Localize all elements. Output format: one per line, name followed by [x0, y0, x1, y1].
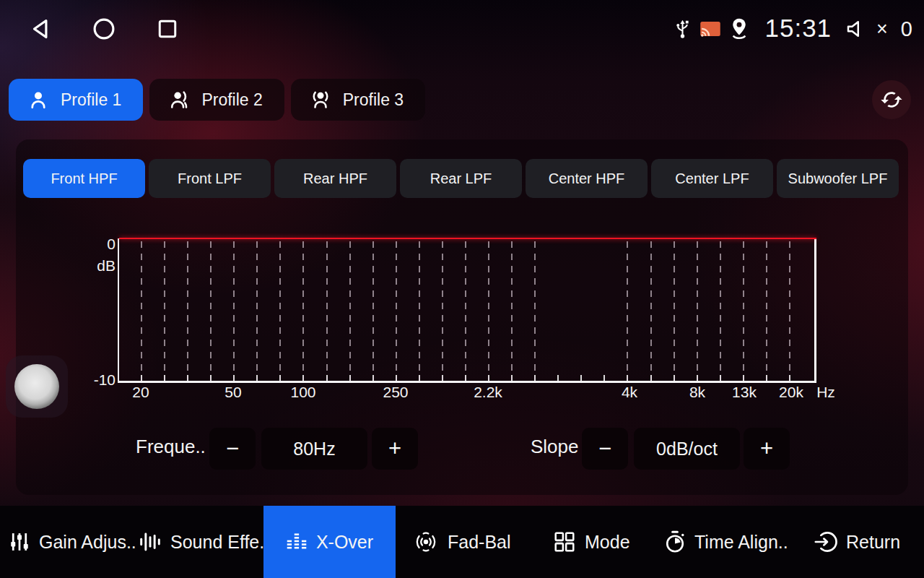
y-axis-unit: dB [79, 257, 116, 275]
mode-grid-icon [553, 530, 576, 553]
nav-time-alignment[interactable]: Time Align.. [664, 506, 788, 578]
nav-sound-effects[interactable]: Sound Effe.. [139, 506, 269, 578]
profile-2-button[interactable]: Profile 2 [149, 79, 284, 121]
x-tick-label: 50 [201, 384, 266, 401]
tab-label: Subwoofer LPF [788, 171, 888, 187]
back-button[interactable] [27, 16, 53, 42]
gridline [279, 241, 281, 380]
x-tick-label: 20 [108, 384, 173, 401]
reset-button[interactable] [872, 80, 911, 119]
x-tick-label: 100 [271, 384, 336, 401]
nav-mode[interactable]: Mode [553, 506, 630, 578]
tab-rear-hpf[interactable]: Rear HPF [274, 159, 396, 198]
x-axis-labels: 20 50 100 250 2.2k 4k 8k 13k 20k Hz [119, 384, 877, 405]
clock: 15:31 [764, 14, 832, 43]
response-curve [119, 238, 816, 239]
nav-gain-adjust[interactable]: Gain Adjus.. [9, 506, 136, 578]
slope-minus-button[interactable]: − [582, 428, 628, 470]
tab-label: Rear HPF [303, 171, 367, 187]
gridline [789, 241, 790, 380]
volume-value: 0 [901, 17, 912, 41]
controls-row: Freque.. − 80Hz + Slope − 0dB/oct + [0, 428, 924, 470]
axis-tick [557, 375, 559, 381]
slope-plus-button[interactable]: + [744, 428, 790, 470]
gridline [442, 241, 443, 380]
nav-label: Return [846, 532, 900, 553]
profile-3-button[interactable]: Profile 3 [291, 79, 425, 121]
nav-return[interactable]: Return [814, 506, 900, 578]
gridline [256, 241, 258, 380]
gridline [743, 241, 744, 380]
person-2-icon [168, 89, 190, 111]
tab-rear-lpf[interactable]: Rear LPF [400, 159, 522, 198]
sync-icon [880, 88, 903, 111]
axis-tick [603, 375, 605, 381]
nav-label: Gain Adjus.. [39, 532, 136, 553]
profile-1-button[interactable]: Profile 1 [9, 79, 143, 121]
gridline [302, 241, 304, 380]
filter-tabs: Front HPF Front LPF Rear HPF Rear LPF Ce… [23, 159, 899, 198]
tab-center-lpf[interactable]: Center LPF [651, 159, 773, 198]
tab-label: Front HPF [51, 171, 117, 187]
recents-icon [156, 17, 179, 40]
gridline [465, 241, 466, 380]
gridline [627, 241, 628, 380]
gridline [372, 241, 374, 380]
gridline [534, 241, 536, 380]
sound-effects-icon [139, 530, 162, 553]
gridline [164, 241, 165, 380]
home-button[interactable] [91, 16, 117, 42]
home-icon [92, 17, 116, 41]
return-icon [814, 530, 837, 553]
nav-label: Time Align.. [694, 532, 788, 553]
tab-label: Front LPF [178, 171, 242, 187]
location-icon [729, 17, 749, 40]
volume-knob-button[interactable] [14, 364, 59, 409]
gridline [141, 241, 142, 380]
gridline [766, 241, 767, 380]
x-tick-label: 2.2k [456, 384, 520, 401]
nav-fad-bal[interactable]: Fad-Bal [413, 506, 511, 578]
gridline [419, 241, 420, 380]
gridline [650, 241, 652, 380]
frequency-minus-button[interactable]: − [209, 428, 256, 470]
tab-center-hpf[interactable]: Center HPF [526, 159, 648, 198]
chart-right-border [814, 238, 816, 383]
person-icon [27, 89, 49, 111]
profile-label: Profile 1 [61, 90, 121, 110]
tab-subwoofer-lpf[interactable]: Subwoofer LPF [777, 159, 899, 198]
floating-knob-container [6, 355, 68, 418]
gridline [720, 241, 721, 380]
minus-icon: − [226, 436, 239, 462]
tab-front-lpf[interactable]: Front LPF [149, 159, 271, 198]
plus-icon: + [388, 436, 401, 462]
plus-icon: + [760, 436, 773, 462]
tab-front-hpf[interactable]: Front HPF [23, 159, 145, 198]
volume-mult: × [876, 18, 888, 40]
gridline [511, 241, 513, 380]
fader-balance-icon [413, 530, 439, 553]
back-icon [28, 17, 53, 41]
tab-label: Rear LPF [430, 171, 492, 187]
x-axis-unit: Hz [793, 384, 858, 401]
gridline [233, 241, 235, 380]
x-axis-line [118, 381, 816, 383]
profiles-row: Profile 1 Profile 2 Profile 3 [9, 79, 911, 121]
frequency-value: 80Hz [261, 428, 367, 470]
nav-label: X-Over [316, 532, 373, 553]
usb-icon [674, 18, 692, 40]
crossover-icon [286, 531, 308, 553]
profile-label: Profile 2 [201, 90, 262, 110]
nav-label: Fad-Bal [448, 532, 511, 553]
y-axis-label-0db: 0 [79, 236, 116, 253]
axis-tick [580, 375, 582, 381]
chart-plot[interactable] [119, 238, 814, 381]
gridline [697, 241, 698, 380]
gridline [396, 241, 397, 380]
nav-x-over[interactable]: X-Over [263, 506, 396, 578]
gridline [488, 241, 489, 380]
frequency-plus-button[interactable]: + [372, 428, 418, 470]
time-alignment-icon [664, 530, 686, 554]
cast-icon [699, 20, 721, 38]
recents-button[interactable] [154, 16, 180, 42]
